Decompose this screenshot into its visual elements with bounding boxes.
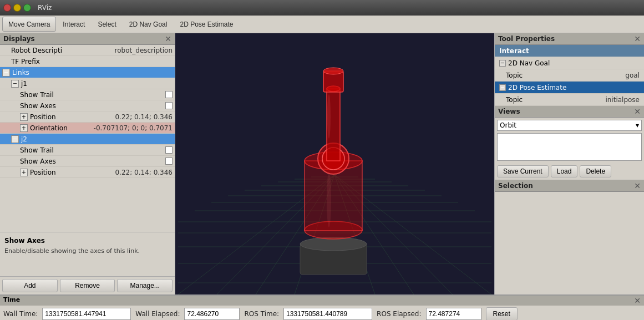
j1-position-value: 0.22; 0.14; 0.346 (115, 113, 173, 121)
j1-show-axes-checkbox[interactable] (165, 102, 173, 109)
j1-show-trail-row[interactable]: Show Trail (0, 89, 175, 100)
j2-position-label: Position (30, 169, 113, 176)
2d-nav-goal-label: 2D Nav Goal (508, 59, 640, 67)
tf-prefix-label: TF Prefix (11, 58, 173, 65)
maximize-button[interactable] (23, 4, 31, 12)
add-button[interactable]: Add (2, 279, 58, 292)
window-title: RViz (38, 4, 52, 12)
display-buttons: Add Remove Manage... (0, 276, 175, 294)
j2-position-value: 0.22; 0.14; 0.346 (115, 169, 173, 176)
interact-tool-item[interactable]: Interact (495, 45, 644, 57)
window-controls (3, 4, 31, 12)
robot-description-label: Robot Descripti (11, 47, 113, 54)
remove-button[interactable]: Remove (60, 279, 115, 292)
views-title: Views (498, 108, 520, 115)
j2-show-trail-row[interactable]: Show Trail (0, 145, 175, 156)
close-button[interactable] (3, 4, 11, 12)
ros-time-label: ROS Time: (244, 310, 279, 318)
selection-section: Selection ✕ (495, 180, 644, 294)
j1-show-trail-label: Show Trail (20, 91, 163, 99)
j1-orientation-label: Orientation (30, 124, 92, 132)
main-layout: Displays ✕ Robot Descripti robot_descrip… (0, 33, 644, 294)
displays-list: Robot Descripti robot_description TF Pre… (0, 45, 175, 232)
j2-position-row[interactable]: + Position 0.22; 0.14; 0.346 (0, 167, 175, 178)
interact-tool-label: Interact (499, 47, 640, 55)
load-button[interactable]: Load (551, 165, 578, 177)
j1-expand-icon[interactable]: − (11, 80, 19, 88)
j1-show-axes-row[interactable]: Show Axes (0, 100, 175, 111)
tool-properties-title: Tool Properties (498, 35, 555, 43)
views-name-input[interactable] (497, 133, 642, 161)
save-current-button[interactable]: Save Current (497, 165, 549, 177)
views-dropdown-arrow-icon: ▾ (636, 121, 639, 129)
ros-time-input[interactable] (283, 308, 372, 320)
tool-properties-close-icon[interactable]: ✕ (634, 34, 641, 43)
displays-close-icon[interactable]: ✕ (165, 34, 171, 43)
nav-goal-topic-value: goal (625, 72, 640, 79)
status-fields: Wall Time: Wall Elapsed: ROS Time: ROS E… (0, 306, 644, 320)
select-button[interactable]: Select (92, 17, 122, 32)
2d-pose-estimate-item[interactable]: − 2D Pose Estimate (495, 82, 644, 94)
2d-nav-goal-button[interactable]: 2D Nav Goal (123, 17, 174, 32)
title-bar: RViz (0, 0, 644, 16)
svg-point-32 (323, 68, 343, 74)
j2-show-axes-checkbox[interactable] (165, 158, 173, 165)
robot-description-row[interactable]: Robot Descripti robot_description (0, 45, 175, 56)
delete-button[interactable]: Delete (580, 165, 611, 177)
j2-show-axes-row[interactable]: Show Axes (0, 156, 175, 167)
pose-estimate-topic-row[interactable]: Topic initialpose (495, 94, 644, 106)
time-close-icon[interactable]: ✕ (634, 296, 641, 305)
manage-button[interactable]: Manage... (117, 279, 173, 292)
j1-position-row[interactable]: + Position 0.22; 0.14; 0.346 (0, 111, 175, 123)
2d-pose-estimate-label: 2D Pose Estimate (508, 84, 640, 92)
j2-show-trail-label: Show Trail (20, 146, 163, 154)
2d-nav-goal-item[interactable]: − 2D Nav Goal (495, 57, 644, 69)
pose-estimate-topic-value: initialpose (605, 96, 640, 104)
2d-pose-estimate-button[interactable]: 2D Pose Estimate (174, 17, 239, 32)
viewport-3d[interactable] (175, 33, 494, 294)
reset-button[interactable]: Reset (486, 307, 518, 320)
j1-position-expand-icon[interactable]: + (20, 113, 28, 121)
right-panel: Tool Properties ✕ Interact − 2D Nav Goal… (494, 33, 644, 294)
wall-elapsed-input[interactable] (184, 308, 240, 320)
j2-expand-icon[interactable]: − (11, 135, 19, 143)
j2-show-trail-checkbox[interactable] (165, 146, 173, 154)
j1-orientation-row[interactable]: + Orientation -0.707107; 0; 0; 0.7071 (0, 123, 175, 134)
tf-prefix-row[interactable]: TF Prefix (0, 56, 175, 67)
links-row[interactable]: − Links (0, 67, 175, 78)
pose-estimate-expand-icon[interactable]: − (499, 84, 506, 91)
tool-properties-header: Tool Properties ✕ (495, 33, 644, 45)
j1-label: j1 (21, 80, 173, 88)
j2-row[interactable]: − j2 (0, 134, 175, 145)
move-camera-button[interactable]: Move Camera (2, 17, 56, 32)
selection-title: Selection (498, 182, 533, 190)
j2-show-axes-label: Show Axes (20, 158, 163, 165)
nav-goal-topic-row[interactable]: Topic goal (495, 69, 644, 82)
selection-close-icon[interactable]: ✕ (634, 181, 641, 190)
views-close-icon[interactable]: ✕ (634, 107, 641, 116)
links-label: Links (12, 69, 173, 77)
j1-show-trail-checkbox[interactable] (165, 91, 173, 98)
links-expand-icon[interactable]: − (2, 69, 10, 77)
interact-button[interactable]: Interact (57, 17, 91, 32)
svg-point-34 (327, 172, 331, 227)
minimize-button[interactable] (13, 4, 21, 12)
views-type-dropdown[interactable]: Orbit ▾ (497, 120, 642, 131)
views-header: Views ✕ (495, 106, 644, 118)
views-action-buttons: Save Current Load Delete (495, 163, 644, 180)
j1-orientation-expand-icon[interactable]: + (20, 124, 28, 132)
ros-elapsed-input[interactable] (426, 308, 481, 320)
nav-goal-topic-label: Topic (506, 72, 625, 79)
svg-point-33 (327, 94, 331, 139)
status-header: Time ✕ (0, 296, 644, 306)
wall-elapsed-label: Wall Elapsed: (135, 310, 180, 318)
wall-time-input[interactable] (42, 308, 131, 320)
displays-panel: Displays ✕ Robot Descripti robot_descrip… (0, 33, 175, 294)
nav-goal-expand-icon[interactable]: − (499, 60, 506, 67)
toolbar: Move Camera Interact Select 2D Nav Goal … (0, 16, 644, 33)
selection-header: Selection ✕ (495, 180, 644, 192)
j1-row[interactable]: − j1 (0, 78, 175, 89)
wall-time-label: Wall Time: (3, 310, 38, 318)
j2-position-expand-icon[interactable]: + (20, 169, 28, 176)
j2-label: j2 (21, 135, 173, 143)
